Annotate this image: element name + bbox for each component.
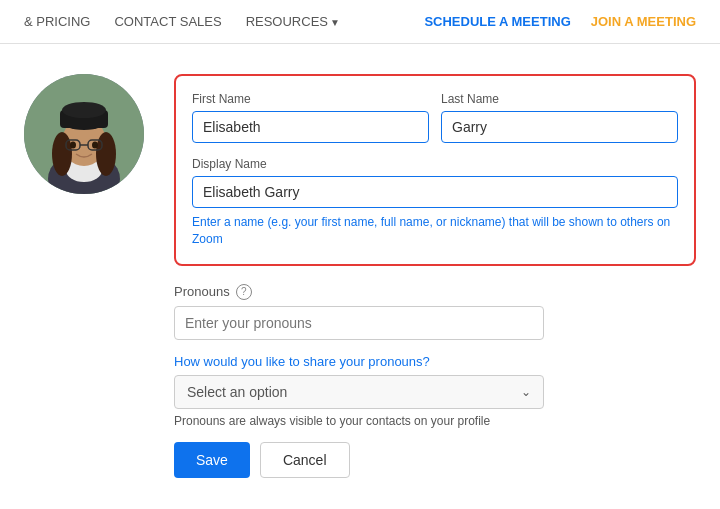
button-row: Save Cancel bbox=[174, 442, 696, 478]
name-row: First Name Last Name bbox=[192, 92, 678, 143]
svg-point-14 bbox=[92, 142, 98, 149]
navbar-schedule-link[interactable]: SCHEDULE A MEETING bbox=[424, 14, 570, 29]
chevron-down-icon: ⌄ bbox=[521, 385, 531, 399]
display-name-label: Display Name bbox=[192, 157, 678, 171]
pronouns-share-dropdown[interactable]: Select an option ⌄ bbox=[174, 375, 544, 409]
share-pronouns-section: How would you like to share your pronoun… bbox=[174, 354, 696, 428]
cancel-button[interactable]: Cancel bbox=[260, 442, 350, 478]
svg-point-9 bbox=[62, 102, 106, 118]
navbar-item-pricing[interactable]: & PRICING bbox=[24, 14, 90, 29]
pronouns-label-row: Pronouns ? bbox=[174, 284, 696, 300]
svg-point-5 bbox=[52, 132, 72, 176]
save-button[interactable]: Save bbox=[174, 442, 250, 478]
svg-point-13 bbox=[70, 142, 76, 149]
first-name-input[interactable] bbox=[192, 111, 429, 143]
svg-point-6 bbox=[96, 132, 116, 176]
pronouns-input[interactable] bbox=[174, 306, 544, 340]
pronouns-section: Pronouns ? bbox=[174, 284, 696, 340]
main-content: First Name Last Name Display Name Enter … bbox=[0, 44, 720, 498]
first-name-group: First Name bbox=[192, 92, 429, 143]
highlighted-form-box: First Name Last Name Display Name Enter … bbox=[174, 74, 696, 266]
navbar-left: & PRICING CONTACT SALES RESOURCES▼ bbox=[24, 14, 340, 29]
navbar-item-contact[interactable]: CONTACT SALES bbox=[114, 14, 221, 29]
pronouns-visible-note: Pronouns are always visible to your cont… bbox=[174, 414, 544, 428]
display-name-input[interactable] bbox=[192, 176, 678, 208]
avatar-section bbox=[24, 74, 144, 478]
avatar bbox=[24, 74, 144, 194]
navbar-item-resources[interactable]: RESOURCES▼ bbox=[246, 14, 340, 29]
last-name-label: Last Name bbox=[441, 92, 678, 106]
last-name-input[interactable] bbox=[441, 111, 678, 143]
navbar-right: SCHEDULE A MEETING JOIN A MEETING bbox=[424, 14, 696, 29]
resources-dropdown-arrow: ▼ bbox=[330, 17, 340, 28]
form-section: First Name Last Name Display Name Enter … bbox=[174, 74, 696, 478]
avatar-image bbox=[24, 74, 144, 194]
select-option-text: Select an option bbox=[187, 384, 287, 400]
navbar-join-link[interactable]: JOIN A MEETING bbox=[591, 14, 696, 29]
display-name-group: Display Name Enter a name (e.g. your fir… bbox=[192, 157, 678, 248]
pronouns-help-icon[interactable]: ? bbox=[236, 284, 252, 300]
last-name-group: Last Name bbox=[441, 92, 678, 143]
display-name-hint: Enter a name (e.g. your first name, full… bbox=[192, 214, 678, 248]
navbar: & PRICING CONTACT SALES RESOURCES▼ SCHED… bbox=[0, 0, 720, 44]
first-name-label: First Name bbox=[192, 92, 429, 106]
share-pronouns-label: How would you like to share your pronoun… bbox=[174, 354, 696, 369]
pronouns-label: Pronouns bbox=[174, 284, 230, 299]
